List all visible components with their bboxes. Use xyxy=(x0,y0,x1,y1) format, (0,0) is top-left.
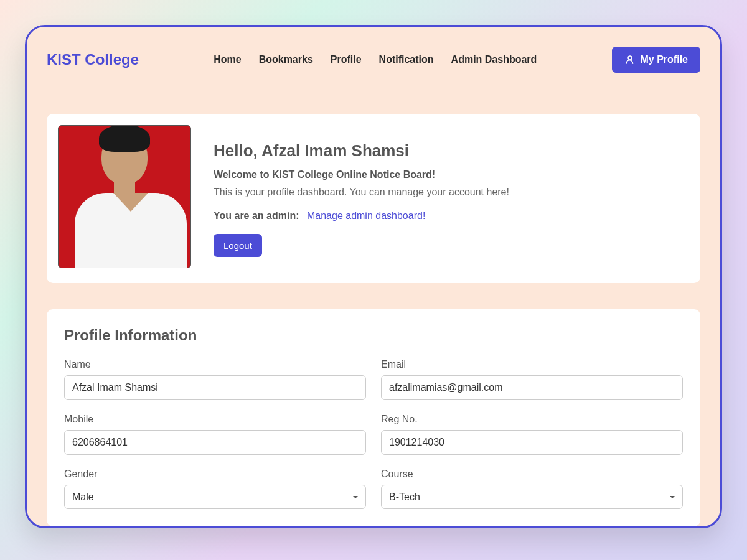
logout-button[interactable]: Logout xyxy=(214,234,262,257)
welcome-description: This is your profile dashboard. You can … xyxy=(214,187,509,198)
regno-field[interactable] xyxy=(381,430,683,455)
nav-links: Home Bookmarks Profile Notification Admi… xyxy=(214,54,537,65)
nav-bookmarks[interactable]: Bookmarks xyxy=(259,54,313,65)
svg-point-0 xyxy=(628,56,632,60)
nav-home[interactable]: Home xyxy=(214,54,241,65)
admin-dashboard-link[interactable]: Manage admin dashboard! xyxy=(307,210,425,221)
welcome-subtitle: Welcome to KIST College Online Notice Bo… xyxy=(214,169,509,180)
profile-info-title: Profile Information xyxy=(64,327,683,344)
brand-logo[interactable]: KIST College xyxy=(47,51,139,68)
course-label: Course xyxy=(381,469,683,480)
mobile-field[interactable] xyxy=(64,430,366,455)
gender-label: Gender xyxy=(64,469,366,480)
email-field[interactable] xyxy=(381,375,683,400)
name-field[interactable] xyxy=(64,375,366,400)
welcome-card: Hello, Afzal Imam Shamsi Welcome to KIST… xyxy=(47,114,700,283)
name-label: Name xyxy=(64,359,366,370)
regno-label: Reg No. xyxy=(381,414,683,425)
admin-prefix: You are an admin: xyxy=(214,210,299,221)
email-label: Email xyxy=(381,359,683,370)
my-profile-button[interactable]: My Profile xyxy=(612,47,700,73)
navbar: KIST College Home Bookmarks Profile Noti… xyxy=(47,42,700,88)
my-profile-label: My Profile xyxy=(641,54,688,65)
app-frame: KIST College Home Bookmarks Profile Noti… xyxy=(25,25,722,528)
avatar xyxy=(58,125,191,268)
admin-line: You are an admin: Manage admin dashboard… xyxy=(214,210,509,222)
mobile-label: Mobile xyxy=(64,414,366,425)
profile-form: Name Email Mobile Reg No. Gender Male xyxy=(64,359,683,509)
nav-admin-dashboard[interactable]: Admin Dashboard xyxy=(451,54,537,65)
nav-notification[interactable]: Notification xyxy=(379,54,434,65)
profile-info-card: Profile Information Name Email Mobile Re… xyxy=(47,309,700,526)
user-icon xyxy=(624,54,636,65)
greeting: Hello, Afzal Imam Shamsi xyxy=(214,141,509,161)
course-select[interactable]: B-Tech xyxy=(381,485,683,509)
nav-profile[interactable]: Profile xyxy=(331,54,362,65)
welcome-text: Hello, Afzal Imam Shamsi Welcome to KIST… xyxy=(214,125,509,257)
gender-select[interactable]: Male xyxy=(64,485,366,509)
